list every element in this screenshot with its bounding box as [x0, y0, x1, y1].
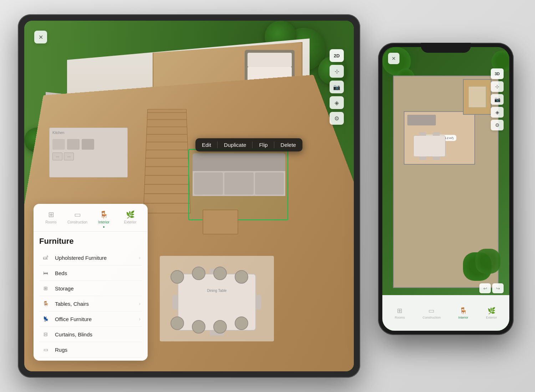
- context-delete[interactable]: Delete: [274, 138, 302, 151]
- phone-layers-icon: ◈: [495, 109, 499, 115]
- menu-item-beds[interactable]: 🛏 Beds: [39, 265, 142, 281]
- interior-tab-indicator: [103, 226, 105, 228]
- phone-undo-redo: ↩ ↪: [479, 283, 504, 293]
- tablet-toolbar: 2D ⊹ 📷 ◈ ⚙: [330, 49, 344, 125]
- menu-item-curtains[interactable]: ⊟ Curtains, Blinds: [39, 327, 142, 342]
- curtains-icon: ⊟: [41, 331, 51, 338]
- tablet-settings-button[interactable]: ⚙: [330, 112, 344, 125]
- tablet-view-mode-button[interactable]: 2D: [330, 49, 344, 62]
- staircase: [143, 109, 191, 213]
- phone-tab-rooms[interactable]: ⊞ Rooms: [391, 305, 409, 321]
- menu-item-tables-chairs[interactable]: 🪑 Tables, Chairs ›: [39, 296, 142, 311]
- phone-undo-button[interactable]: ↩: [479, 283, 491, 293]
- tables-chairs-label: Tables, Chairs: [55, 301, 139, 307]
- phone-tab-interior[interactable]: 🪑 Interior: [455, 305, 472, 321]
- storage-label: Storage: [55, 285, 141, 292]
- tablet-close-button[interactable]: ✕: [34, 31, 47, 43]
- camera-icon: 📷: [333, 84, 340, 91]
- tablet-layers-button[interactable]: ◈: [330, 96, 344, 109]
- phone-exterior-tab-label: Exterior: [486, 316, 497, 319]
- tablet-expand-button[interactable]: ⊹: [330, 65, 344, 78]
- dining-chair-5: [170, 316, 184, 330]
- phone-settings-icon: ⚙: [495, 122, 500, 128]
- phone-construction-tab-icon: ▭: [428, 307, 434, 315]
- phone-camera-button[interactable]: 📷: [491, 94, 504, 105]
- menu-item-rugs[interactable]: ▭ Rugs: [39, 342, 142, 357]
- phone-bottom-bar: ⊞ Rooms ▭ Construction 🪑 Interior 🌿 Exte…: [382, 295, 509, 331]
- dining-chair-4: [235, 270, 248, 284]
- upholstered-label: Upholstered Furniture: [55, 255, 139, 261]
- phone-tab-construction[interactable]: ▭ Construction: [419, 305, 444, 321]
- sofa-cushion-2: [224, 172, 253, 195]
- phone-settings-button[interactable]: ⚙: [491, 120, 504, 130]
- tab-construction[interactable]: ▭ Construction: [64, 208, 91, 231]
- fp-room-2: [463, 79, 491, 115]
- fp-living-room: Living Room (54.2 m²): [404, 111, 475, 165]
- tab-rooms[interactable]: ⊞ Rooms: [38, 208, 64, 231]
- tab-exterior[interactable]: 🌿 Exterior: [117, 208, 143, 231]
- phone-view-mode-button[interactable]: 3D: [491, 68, 504, 79]
- phone-rooms-tab-label: Rooms: [395, 316, 405, 319]
- tab-interior[interactable]: 🪑 Interior: [91, 208, 117, 231]
- menu-item-upholstered[interactable]: 🛋 Upholstered Furniture ›: [39, 250, 142, 265]
- context-duplicate[interactable]: Duplicate: [218, 138, 253, 151]
- sidebar-content: Furniture 🛋 Upholstered Furniture › 🛏 Be…: [34, 232, 148, 361]
- context-edit[interactable]: Edit: [195, 138, 218, 151]
- phone-expand-icon: ⊹: [495, 84, 499, 89]
- fp-chair-b1: [419, 156, 426, 160]
- tablet-screen: Kitchen ○○ ○○: [24, 21, 354, 371]
- menu-item-office[interactable]: 💺 Office Furniture ›: [39, 311, 142, 327]
- menu-item-storage[interactable]: ⊞ Storage: [39, 281, 142, 296]
- rooms-tab-label: Rooms: [45, 220, 57, 224]
- sofa-seat: [193, 171, 285, 196]
- exterior-tab-label: Exterior: [124, 220, 136, 224]
- settings-icon: ⚙: [334, 115, 339, 122]
- beds-icon: 🛏: [41, 269, 51, 277]
- rugs-label: Rugs: [55, 347, 141, 353]
- rooms-tab-icon: ⊞: [48, 210, 54, 219]
- office-icon: 💺: [41, 315, 51, 323]
- dining-chair-6: [192, 320, 205, 334]
- construction-tab-icon: ▭: [74, 210, 81, 219]
- phone-close-button[interactable]: ✕: [388, 53, 399, 64]
- office-label: Office Furniture: [55, 316, 139, 322]
- phone-layers-button[interactable]: ◈: [491, 107, 504, 118]
- sofa-cushion-3: [255, 172, 284, 195]
- fp-dining-table: [413, 135, 445, 157]
- fp-shrub-br: [475, 249, 500, 274]
- kitchen-area: Kitchen ○○ ○○: [49, 128, 128, 177]
- phone-interior-tab-icon: 🪑: [459, 307, 467, 315]
- context-flip[interactable]: Flip: [253, 138, 274, 151]
- app-scene: Kitchen ○○ ○○: [0, 0, 535, 392]
- rugs-icon: ▭: [41, 346, 51, 353]
- dining-chair-2: [192, 267, 205, 280]
- office-chevron: ›: [139, 316, 141, 322]
- sidebar-tabs: ⊞ Rooms ▭ Construction 🪑 Interior 🌿: [34, 204, 148, 232]
- tablet-camera-button[interactable]: 📷: [330, 81, 344, 93]
- phone-device: Living Room (54.2 m²): [378, 43, 514, 335]
- curtains-label: Curtains, Blinds: [55, 331, 141, 337]
- sidebar-title: Furniture: [39, 237, 142, 246]
- coffee-table: [203, 210, 238, 234]
- phone-tab-exterior[interactable]: 🌿 Exterior: [482, 305, 500, 321]
- phone-exterior-tab-icon: 🌿: [488, 307, 495, 315]
- phone-redo-button[interactable]: ↪: [492, 283, 504, 293]
- dining-chair-7: [213, 320, 227, 334]
- phone-interior-tab-label: Interior: [458, 316, 468, 319]
- dining-chair-3: [213, 267, 227, 280]
- layers-icon: ◈: [335, 99, 339, 106]
- tablet-device: Kitchen ○○ ○○: [18, 14, 360, 378]
- phone-screen: Living Room (54.2 m²): [382, 47, 509, 331]
- interior-tab-label: Interior: [98, 220, 109, 224]
- interior-tab-icon: 🪑: [100, 210, 108, 219]
- phone-camera-icon: 📷: [494, 97, 500, 102]
- fp-chair-t2: [433, 132, 440, 136]
- phone-expand-button[interactable]: ⊹: [491, 81, 504, 92]
- sidebar-panel: ⊞ Rooms ▭ Construction 🪑 Interior 🌿: [34, 204, 148, 361]
- fp-bed-top: [468, 86, 486, 108]
- beds-label: Beds: [55, 270, 141, 276]
- menu-item-kitchen[interactable]: 🍳 Kitchen: [39, 357, 142, 361]
- context-menu: Edit Duplicate Flip Delete: [195, 138, 302, 151]
- phone-rooms-tab-icon: ⊞: [397, 307, 402, 315]
- fp-chair-b2: [433, 156, 440, 160]
